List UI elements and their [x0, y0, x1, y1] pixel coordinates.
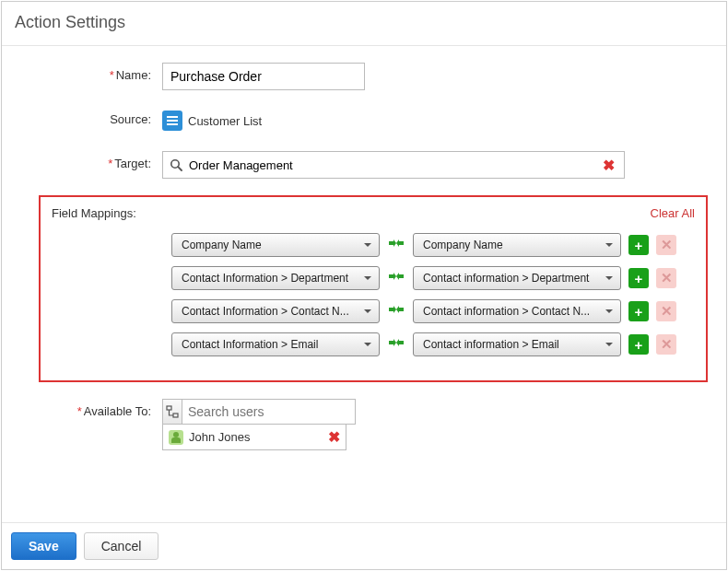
label-target: Target:	[114, 157, 151, 170]
source-app-name: Customer List	[188, 114, 262, 128]
user-name: John Jones	[189, 430, 323, 444]
arrow-right-icon	[387, 302, 405, 320]
mapping-to-select[interactable]: Contact information > Contact N...	[413, 299, 621, 323]
page-title: Action Settings	[2, 2, 726, 46]
remove-mapping-button[interactable]: ✕	[656, 301, 676, 321]
add-mapping-button[interactable]: +	[628, 334, 649, 355]
mapping-to-select[interactable]: Company Name	[413, 233, 621, 257]
arrow-right-icon	[387, 236, 405, 254]
add-mapping-button[interactable]: +	[628, 301, 649, 321]
svg-marker-4	[389, 273, 396, 280]
remove-user-icon[interactable]: ✖	[328, 428, 340, 446]
arrow-right-icon	[387, 335, 405, 354]
label-name: *Name:	[15, 63, 162, 82]
mapping-row: Contact Information > Contact N...Contac…	[171, 299, 695, 323]
target-input[interactable]	[187, 153, 595, 177]
label-available-to: Available To:	[84, 404, 151, 418]
svg-rect-10	[167, 406, 171, 410]
remove-mapping-button[interactable]: ✕	[656, 268, 676, 288]
svg-rect-11	[173, 414, 178, 417]
remove-mapping-button[interactable]: ✕	[656, 334, 676, 355]
field-mappings-section: Field Mappings: Clear All Company NameCo…	[39, 195, 708, 382]
svg-line-1	[178, 167, 182, 170]
user-search-input[interactable]	[182, 400, 355, 424]
label-field-mappings: Field Mappings:	[52, 206, 136, 220]
clear-target-icon[interactable]: ✖	[599, 157, 618, 174]
settings-panel: Action Settings *Name: Source: Customer …	[1, 1, 727, 570]
row-target: *Target: ✖	[2, 147, 726, 182]
name-input[interactable]	[162, 63, 365, 90]
mapping-from-select[interactable]: Contact Information > Department	[171, 266, 380, 290]
mapping-from-select[interactable]: Contact Information > Email	[171, 332, 380, 356]
svg-marker-3	[396, 239, 404, 247]
cancel-button[interactable]: Cancel	[84, 532, 159, 560]
mapping-from-select[interactable]: Contact Information > Contact N...	[171, 299, 380, 323]
mapping-row: Company NameCompany Name+✕	[171, 233, 695, 257]
mapping-to-select[interactable]: Contact information > Department	[413, 266, 621, 290]
list-app-icon	[162, 111, 182, 131]
footer: Save Cancel	[2, 522, 726, 569]
mapping-to-select[interactable]: Contact information > Email	[413, 332, 621, 356]
mapping-row: Contact Information > DepartmentContact …	[171, 266, 695, 290]
mapping-row: Contact Information > EmailContact infor…	[171, 332, 695, 356]
svg-marker-5	[396, 273, 404, 280]
svg-marker-8	[389, 339, 396, 346]
user-picker: John Jones✖	[162, 399, 356, 450]
row-available-to: *Available To: John Jones✖	[2, 395, 726, 454]
clear-all-link[interactable]: Clear All	[651, 206, 695, 220]
label-source: Source:	[15, 107, 162, 126]
add-mapping-button[interactable]: +	[628, 268, 649, 288]
org-tree-button[interactable]	[163, 400, 182, 424]
svg-marker-2	[389, 239, 396, 247]
user-icon	[169, 430, 183, 445]
svg-marker-7	[396, 306, 404, 313]
search-icon	[169, 157, 183, 172]
save-button[interactable]: Save	[11, 532, 76, 560]
svg-marker-6	[389, 306, 396, 313]
arrow-right-icon	[387, 269, 405, 287]
add-mapping-button[interactable]: +	[628, 235, 649, 255]
svg-marker-9	[396, 339, 404, 346]
row-name: *Name:	[2, 59, 726, 94]
mapping-from-select[interactable]: Company Name	[171, 233, 380, 257]
remove-mapping-button[interactable]: ✕	[656, 235, 676, 255]
source-value: Customer List	[162, 107, 713, 134]
target-picker[interactable]: ✖	[162, 151, 625, 179]
row-source: Source: Customer List	[2, 103, 726, 138]
user-chip: John Jones✖	[162, 425, 346, 450]
